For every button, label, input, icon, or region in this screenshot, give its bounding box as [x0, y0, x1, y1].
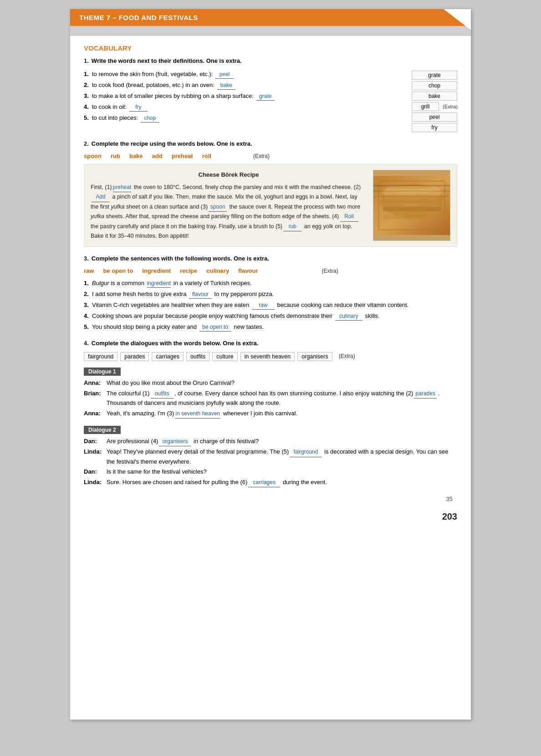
word-ingredient: ingredient [142, 267, 171, 274]
q3-instruction: Complete the sentences with the followin… [92, 255, 269, 262]
answer-1-5: chop [141, 114, 159, 123]
dialogue-2-block: Dialogue 2 Dan: Are professional (4)orga… [84, 423, 457, 487]
q2-num: 2. [84, 140, 89, 147]
list-item: 4. to cook in oil: fry [84, 102, 405, 112]
gray-bar [70, 26, 471, 36]
answer-2-3: spoon [209, 202, 227, 212]
list-item: 3. to make a lot of smaller pieces by ru… [84, 92, 405, 101]
word-culinary: culinary [206, 267, 229, 274]
theme-title: THEME 7 – FOOD AND FESTIVALS [79, 14, 198, 21]
page-num-outer-value: 203 [442, 511, 457, 521]
dialogue-line: Brian: The colourful (1)outfits, of cour… [84, 389, 457, 408]
anna-line-1: What do you like most about the Oruro Ca… [107, 378, 457, 388]
chip-culture: culture [212, 352, 238, 361]
svg-point-7 [385, 186, 439, 193]
word-box-grill: grill [412, 102, 439, 111]
word-rub: rub [111, 153, 120, 159]
dialogue-2-label: Dialogue 2 [84, 426, 121, 434]
q3-words: raw be open to ingredient recipe culinar… [84, 267, 457, 274]
answer-4-4: organisers [159, 437, 191, 446]
chip-parades: parades [120, 352, 149, 361]
word-spoon: spoon [84, 153, 102, 159]
word-raw: raw [84, 267, 94, 274]
svg-rect-0 [373, 176, 450, 235]
speaker-anna-1: Anna: [84, 378, 104, 388]
dialogue-line: Linda: Sure. Horses are chosen and raise… [84, 478, 457, 487]
answer-1-3: grate [256, 92, 275, 101]
linda-line-1: Yeap! They've planned every detail of th… [107, 447, 457, 466]
q4-header: 4. Complete the dialogues with the words… [84, 340, 457, 349]
q1-instruction: Write the words next to their definition… [92, 57, 242, 64]
dan-line-1: Are professional (4)organisers in charge… [107, 437, 457, 446]
word-box-fry: fry [412, 123, 457, 132]
q1-items: 1. to remove the skin from (fruit, veget… [84, 70, 405, 132]
speaker-dan-2: Dan: [84, 467, 104, 477]
answer-4-2: parades [414, 389, 437, 398]
question-4: 4. Complete the dialogues with the words… [84, 340, 457, 487]
vocabulary-label: VOCABULARY [84, 44, 457, 52]
speaker-dan-1: Dan: [84, 437, 104, 446]
q3-header: 3. Complete the sentences with the follo… [84, 255, 457, 265]
dialogue-line: Linda: Yeap! They've planned every detai… [84, 447, 457, 466]
answer-3-3: raw [252, 301, 275, 310]
word-box-panel: grate chop bake grill (Extra) peel fry [412, 70, 457, 132]
linda-line-2: Sure. Horses are chosen and raised for p… [107, 478, 457, 487]
dan-line-2: Is it the same for the festival vehicles… [107, 467, 457, 477]
svg-rect-5 [383, 215, 442, 219]
dialogue-1-label: Dialogue 1 [84, 368, 121, 376]
answer-3-5: be open to [199, 323, 231, 332]
q1-header: 1. Write the words next to their definit… [84, 57, 457, 67]
header-triangle [444, 9, 471, 30]
question-2: 2. Complete the recipe using the words b… [84, 140, 457, 247]
speaker-anna-2: Anna: [84, 409, 104, 419]
word-box-peel: peel [412, 112, 457, 122]
chip-fairground: fairground [84, 352, 117, 361]
answer-3-4: culinary [335, 312, 362, 321]
q1-num: 1. [84, 57, 89, 64]
list-item: 2. to cook food (bread, potatoes, etc.) … [84, 81, 405, 90]
q2-instruction: Complete the recipe using the words belo… [92, 140, 252, 147]
q1-layout: 1. to remove the skin from (fruit, veget… [84, 70, 457, 132]
word-box-chop: chop [412, 81, 457, 90]
word-preheat: preheat [172, 153, 193, 159]
page-num-inner-value: 35 [446, 495, 453, 502]
list-item: 2. I add some fresh herbs to give extra … [84, 290, 457, 299]
q3-extra: (Extra) [276, 268, 338, 274]
q2-words: spoon rub bake add preheat roll (Extra) [84, 153, 457, 159]
answer-1-2: bake [217, 81, 235, 90]
svg-rect-2 [383, 189, 442, 195]
chip-extra: (Extra) [335, 352, 359, 361]
answer-2-5: rub [283, 222, 301, 231]
borek-svg [373, 176, 450, 235]
answer-2-4: Roll [340, 212, 358, 221]
answer-4-6: carriages [248, 478, 280, 487]
speaker-linda-2: Linda: [84, 478, 104, 487]
word-box-grate: grate [412, 71, 457, 80]
answer-2-1: preheat [113, 183, 132, 192]
q4-word-chips: fairground parades carriages outfits cul… [84, 352, 457, 361]
dialogue-line: Dan: Is it the same for the festival veh… [84, 467, 457, 477]
borek-visual [373, 176, 450, 235]
word-recipe: recipe [180, 267, 197, 274]
word-be-open-to: be open to [103, 267, 133, 274]
svg-rect-6 [385, 189, 439, 220]
list-item: 1. Bulgur is a common ingredient in a va… [84, 279, 457, 288]
theme-header: THEME 7 – FOOD AND FESTIVALS [70, 9, 471, 26]
question-1: 1. Write the words next to their definit… [84, 57, 457, 132]
anna-line-2: Yeah, it's amazing. I'm (3)in seventh he… [107, 409, 457, 419]
chip-carriages: carriages [152, 352, 183, 361]
word-bake: bake [129, 153, 143, 159]
word-box-bake: bake [412, 92, 457, 101]
recipe-text: Cheese Börek Recipe First, (1)preheat th… [91, 170, 367, 241]
answer-2-2: Add [92, 192, 110, 202]
list-item: 5. to cut into pieces: chop [84, 113, 405, 123]
brian-line: The colourful (1)outfits, of course. Eve… [107, 389, 457, 408]
q3-num: 3. [84, 255, 89, 262]
recipe-title: Cheese Börek Recipe [91, 170, 367, 180]
dialogue-line: Anna: What do you like most about the Or… [84, 378, 457, 388]
recipe-box: Cheese Börek Recipe First, (1)preheat th… [84, 164, 457, 247]
chip-organisers: organisers [297, 352, 332, 361]
page-number-outer: 203 [70, 507, 471, 526]
borek-image [373, 170, 450, 241]
word-roll: roll [202, 153, 211, 159]
